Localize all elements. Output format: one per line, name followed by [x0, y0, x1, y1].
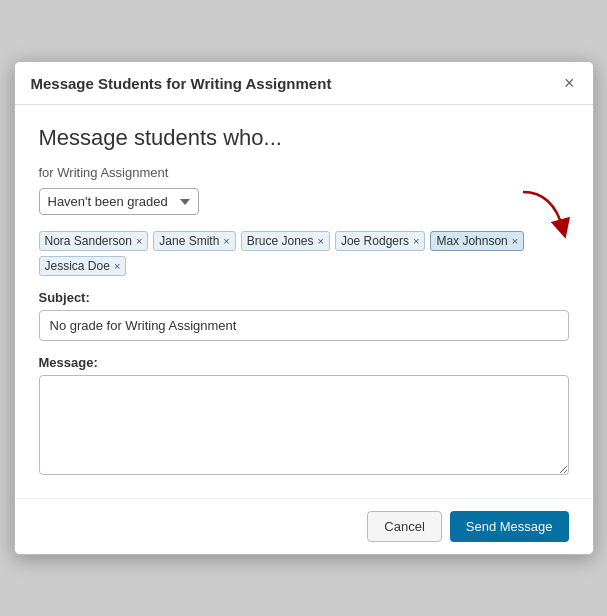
tag-label: Jane Smith — [159, 234, 219, 248]
tag-label: Jessica Doe — [45, 259, 110, 273]
modal-dialog: Message Students for Writing Assignment … — [14, 61, 594, 555]
send-message-button[interactable]: Send Message — [450, 511, 569, 542]
modal-title: Message Students for Writing Assignment — [31, 75, 332, 92]
tag-label: Joe Rodgers — [341, 234, 409, 248]
tag-max-johnson: Max Johnson × — [430, 231, 524, 251]
message-label: Message: — [39, 355, 569, 370]
tag-joe-rodgers: Joe Rodgers × — [335, 231, 425, 251]
modal-body: Message students who... for Writing Assi… — [15, 105, 593, 498]
tag-jessica-doe: Jessica Doe × — [39, 256, 127, 276]
tag-bruce-jones: Bruce Jones × — [241, 231, 330, 251]
modal-footer: Cancel Send Message — [15, 498, 593, 554]
remove-bruce-jones-button[interactable]: × — [318, 236, 324, 247]
remove-jane-smith-button[interactable]: × — [223, 236, 229, 247]
tag-label: Bruce Jones — [247, 234, 314, 248]
sub-label: for Writing Assignment — [39, 165, 569, 180]
tag-label: Max Johnson — [436, 234, 507, 248]
section-heading: Message students who... — [39, 125, 569, 151]
tag-jane-smith: Jane Smith × — [153, 231, 235, 251]
tag-label: Nora Sanderson — [45, 234, 132, 248]
subject-label: Subject: — [39, 290, 569, 305]
cancel-button[interactable]: Cancel — [367, 511, 441, 542]
remove-max-johnson-button[interactable]: × — [512, 236, 518, 247]
modal-header: Message Students for Writing Assignment … — [15, 62, 593, 105]
tag-nora-sanderson: Nora Sanderson × — [39, 231, 149, 251]
remove-joe-rodgers-button[interactable]: × — [413, 236, 419, 247]
tags-region: Nora Sanderson × Jane Smith × Bruce Jone… — [39, 231, 569, 276]
close-button[interactable]: × — [562, 74, 577, 92]
message-textarea[interactable] — [39, 375, 569, 475]
remove-jessica-doe-button[interactable]: × — [114, 261, 120, 272]
subject-input[interactable] — [39, 310, 569, 341]
tags-area: Nora Sanderson × Jane Smith × Bruce Jone… — [39, 231, 569, 276]
remove-nora-sanderson-button[interactable]: × — [136, 236, 142, 247]
grade-filter-dropdown[interactable]: Haven't been graded Have been graded Sco… — [39, 188, 199, 215]
grade-filter-wrapper: Haven't been graded Have been graded Sco… — [39, 188, 569, 215]
